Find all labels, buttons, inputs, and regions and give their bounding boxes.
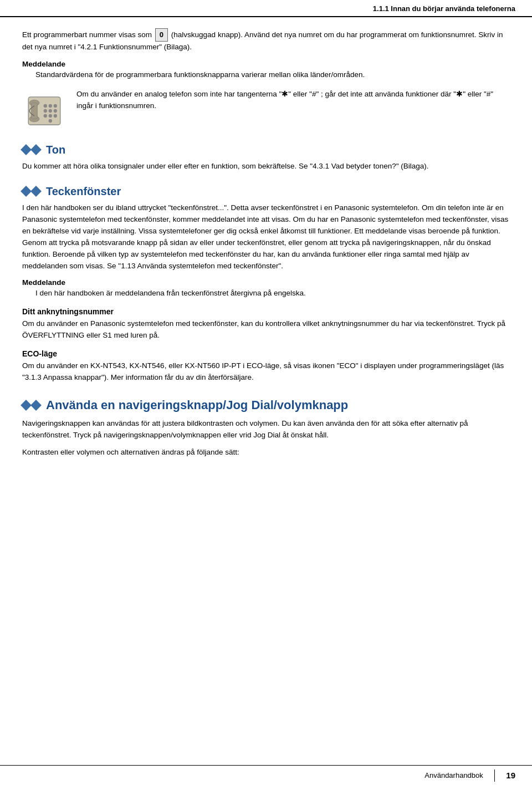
sub-ecoläge-body: Om du använder en KX-NT543, KX-NT546, el… [22,360,510,384]
note2-label: Meddelande [22,278,510,287]
footer-right: Användarhandbok 19 [424,769,515,782]
note1-label: Meddelande [22,60,510,68]
diamond-icon-navigering [22,401,40,409]
section-navigering-heading: Använda en navigeringsknapp/Jog Dial/vol… [22,398,510,412]
diamond-shape-6 [30,400,42,411]
section-ton-body: Du kommer att höra olika tonsignaler und… [22,161,510,172]
note1-text: Standardvärdena för de programmerbara fu… [22,69,510,81]
section-navigering-title: Använda en navigeringsknapp/Jog Dial/vol… [46,398,348,412]
intro-paragraph: Ett programmerbart nummer visas som 0 (h… [22,28,510,53]
page-header: 1.1.1 Innan du börjar använda telefonern… [0,0,532,17]
svg-point-10 [44,114,47,118]
svg-point-11 [49,114,52,118]
svg-point-9 [54,109,57,113]
diamond-shape [21,144,32,155]
phone-note-area: Om du använder en analog telefon som int… [22,89,510,131]
svg-point-13 [49,119,52,123]
note2-text: I den här handboken är meddelandena från… [22,288,510,299]
note-block-2: Meddelande I den här handboken är meddel… [22,278,510,299]
diamond-shape-2 [30,144,42,155]
diamond-shape-3 [21,186,32,197]
section-teckenfönster-title: Teckenfönster [46,185,121,198]
svg-point-12 [54,114,57,118]
svg-point-6 [54,104,57,108]
note-block-1: Meddelande Standardvärdena för de progra… [22,60,510,81]
svg-point-4 [44,104,47,108]
sub-heading-ecoläge: ECO-läge [22,349,510,358]
phone-note-text: Om du använder en analog telefon som int… [76,89,510,112]
svg-point-7 [44,109,47,113]
svg-point-8 [49,109,52,113]
svg-point-5 [49,104,52,108]
header-title: 1.1.1 Innan du börjar använda telefonern… [373,4,515,13]
page-container: 1.1.1 Innan du börjar använda telefonern… [0,0,532,785]
sub-anknytningsnummer-body: Om du använder en Panasonic systemtelefo… [22,318,510,341]
section-navigering-body1: Navigeringsknappen kan användas för att … [22,418,510,441]
page-footer: Användarhandbok 19 [0,765,532,785]
diamond-icon-teckenfönster [22,187,40,195]
diamond-shape-4 [30,186,42,197]
section-navigering-body2: Kontrasten eller volymen och alternative… [22,447,510,458]
intro-line1-prefix: Ett programmerbart nummer visas som [22,30,152,39]
section-teckenfönster-heading: Teckenfönster [22,185,510,198]
footer-page-number: 19 [506,771,515,780]
main-content: Ett programmerbart nummer visas som 0 (h… [0,17,532,497]
footer-divider [494,769,495,782]
section-ton-heading: Ton [22,143,510,156]
telephone-icon [24,91,64,131]
key-box: 0 [155,28,168,42]
footer-label: Användarhandbok [424,771,483,779]
section-teckenfönster-body1: I den här handboken ser du ibland uttryc… [22,202,510,272]
diamond-icon-ton [22,146,40,154]
svg-rect-3 [32,103,38,119]
section-ton-title: Ton [46,143,65,156]
phone-icon-box [22,89,66,131]
sub-heading-anknytningsnummer: Ditt anknytningsnummer [22,307,510,316]
diamond-shape-5 [21,400,32,411]
